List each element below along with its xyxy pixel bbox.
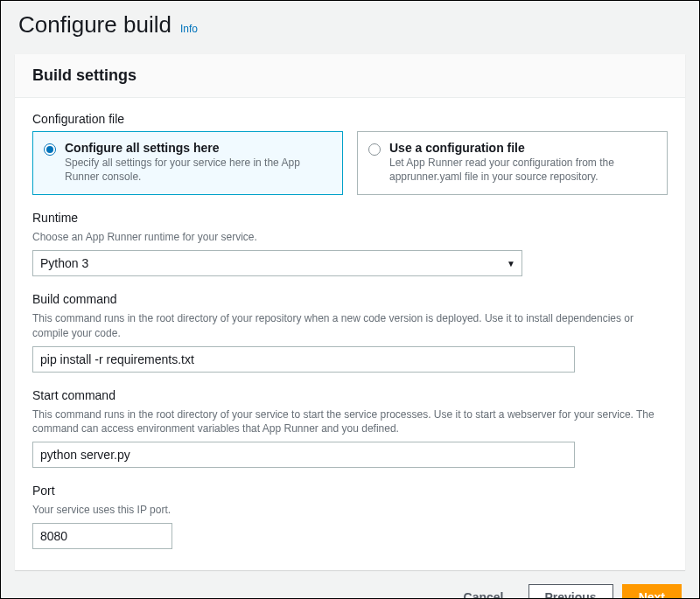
- start-command-group: Start command This command runs in the r…: [32, 388, 668, 469]
- page-title: Configure build: [18, 11, 172, 38]
- port-label: Port: [32, 484, 668, 498]
- cancel-button[interactable]: Cancel: [448, 585, 520, 599]
- panel-body: Configuration file Configure all setting…: [15, 98, 685, 570]
- runtime-select[interactable]: Python 3: [32, 250, 522, 276]
- radio-configure-here-title: Configure all settings here: [65, 141, 332, 155]
- wizard-footer: Cancel Previous Next: [1, 570, 699, 599]
- radio-icon: [368, 143, 381, 156]
- radio-use-config-file[interactable]: Use a configuration file Let App Runner …: [357, 131, 668, 195]
- runtime-desc: Choose an App Runner runtime for your se…: [32, 230, 668, 245]
- runtime-group: Runtime Choose an App Runner runtime for…: [32, 211, 668, 276]
- configuration-file-group: Configuration file Configure all setting…: [32, 112, 668, 195]
- next-button[interactable]: Next: [622, 584, 682, 599]
- page-header: Configure build Info: [1, 1, 699, 42]
- build-command-group: Build command This command runs in the r…: [32, 292, 668, 373]
- start-command-label: Start command: [32, 388, 668, 402]
- start-command-desc: This command runs in the root directory …: [32, 407, 668, 437]
- start-command-input[interactable]: [32, 442, 575, 468]
- configuration-file-options: Configure all settings here Specify all …: [32, 131, 668, 195]
- radio-configure-here[interactable]: Configure all settings here Specify all …: [32, 131, 343, 195]
- build-command-input[interactable]: [32, 346, 575, 373]
- build-settings-panel: Build settings Configuration file Config…: [15, 54, 685, 570]
- runtime-select-wrap: Python 3 ▼: [32, 250, 522, 276]
- runtime-label: Runtime: [32, 211, 668, 225]
- radio-icon: [44, 143, 56, 156]
- previous-button[interactable]: Previous: [528, 584, 613, 599]
- port-input[interactable]: [32, 523, 172, 549]
- radio-configure-here-desc: Specify all settings for your service he…: [65, 157, 332, 184]
- info-link[interactable]: Info: [180, 23, 198, 35]
- port-desc: Your service uses this IP port.: [32, 503, 668, 518]
- build-command-label: Build command: [32, 292, 668, 306]
- radio-use-config-file-title: Use a configuration file: [389, 141, 656, 155]
- build-command-desc: This command runs in the root directory …: [32, 311, 668, 341]
- port-group: Port Your service uses this IP port.: [32, 484, 668, 549]
- panel-title: Build settings: [32, 66, 668, 85]
- panel-header: Build settings: [15, 54, 685, 98]
- configuration-file-label: Configuration file: [32, 112, 668, 126]
- radio-use-config-file-desc: Let App Runner read your configuration f…: [389, 157, 656, 184]
